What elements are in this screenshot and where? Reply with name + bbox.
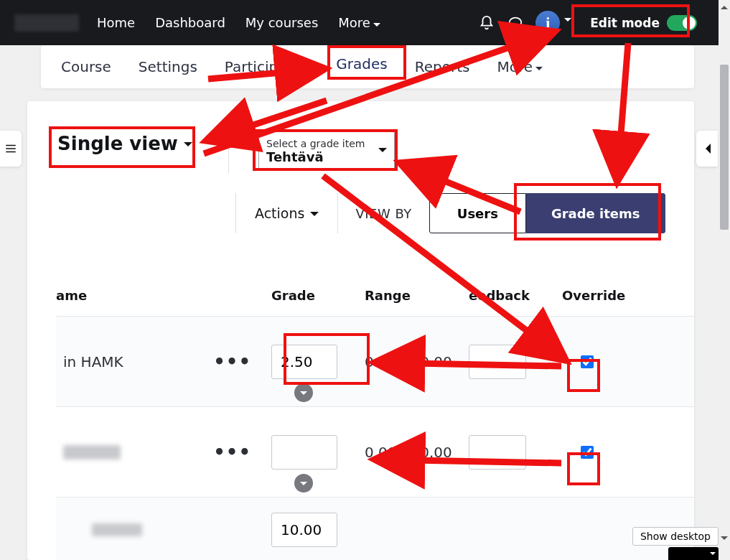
cell-name: in HAMK — [63, 353, 123, 370]
nav-more[interactable]: More — [338, 15, 380, 30]
chat-icon[interactable] — [507, 14, 524, 32]
viewby-grade-items-button[interactable]: Grade items — [526, 193, 665, 233]
bottom-widget[interactable] — [668, 547, 719, 560]
actions-label: Actions — [255, 205, 304, 221]
th-name: ame — [56, 288, 271, 303]
brand-logo[interactable] — [14, 14, 79, 32]
list-drawer-icon[interactable] — [0, 131, 22, 167]
table-row — [56, 498, 694, 560]
avatar-icon: i — [535, 11, 560, 35]
feedback-input[interactable] — [469, 345, 526, 379]
viewby-users-button[interactable]: Users — [429, 193, 526, 233]
expand-icon[interactable] — [294, 474, 313, 493]
override-checkbox[interactable] — [581, 355, 594, 368]
actions-dropdown[interactable]: Actions — [235, 193, 337, 233]
grade-item-selector[interactable]: Select a grade item Tehtävä — [258, 131, 395, 170]
course-nav: Course Settings Participants Grades Repo… — [41, 45, 694, 88]
table-row: in HAMK ••• 0.00 - 10.00 — [56, 317, 694, 407]
svg-rect-0 — [6, 145, 16, 146]
svg-rect-1 — [6, 148, 16, 149]
expand-icon[interactable] — [294, 383, 313, 402]
singleview-label: Single view — [57, 133, 178, 154]
main-panel: Single view Select a grade item Tehtävä … — [27, 101, 694, 560]
grade-table: ame Grade Range eedback Override in HAMK… — [56, 279, 694, 560]
topbar-right: i Edit mode — [478, 11, 704, 35]
cell-range: 0.00 - 10.00 — [365, 353, 469, 370]
user-menu[interactable]: i — [535, 11, 571, 35]
scroll-up-icon[interactable] — [719, 0, 730, 11]
singleview-dropdown[interactable]: Single view — [57, 133, 192, 154]
tab-grades[interactable]: Grades — [336, 55, 387, 78]
grade-input[interactable] — [271, 435, 337, 470]
cell-name — [63, 445, 121, 459]
nav-dashboard[interactable]: Dashboard — [155, 15, 225, 30]
nav-my-courses[interactable]: My courses — [245, 15, 318, 30]
nav-home[interactable]: Home — [97, 15, 135, 30]
viewby-label: VIEW BY — [337, 193, 429, 233]
collapse-drawer-icon[interactable] — [696, 131, 718, 167]
topbar: Home Dashboard My courses More i Edit mo… — [0, 0, 719, 45]
grade-item-value: Tehtävä — [266, 149, 387, 164]
table-header: ame Grade Range eedback Override — [56, 279, 694, 317]
row-actions-icon[interactable]: ••• — [207, 359, 257, 365]
top-nav: Home Dashboard My courses More — [97, 15, 380, 30]
th-feedback: eedback — [469, 288, 562, 303]
scroll-thumb[interactable] — [720, 65, 729, 230]
toggle-switch-icon[interactable] — [667, 15, 697, 31]
tab-course[interactable]: Course — [61, 58, 111, 75]
th-range: Range — [365, 288, 469, 303]
grade-item-label: Select a grade item — [266, 138, 387, 149]
bell-icon[interactable] — [478, 14, 495, 32]
tab-more[interactable]: More — [497, 58, 543, 75]
tab-reports[interactable]: Reports — [415, 58, 470, 75]
actions-row: Actions VIEW BY Users Grade items — [235, 193, 665, 233]
show-desktop-tooltip: Show desktop — [632, 527, 719, 546]
table-row: ••• 0.00 - 10.00 — [56, 407, 694, 498]
override-checkbox[interactable] — [581, 446, 594, 459]
th-grade: Grade — [271, 288, 365, 303]
row-actions-icon[interactable]: ••• — [207, 449, 257, 455]
tab-settings[interactable]: Settings — [139, 58, 197, 75]
grade-input[interactable] — [271, 513, 337, 547]
th-override: Override — [562, 288, 634, 303]
grade-input[interactable] — [271, 345, 337, 379]
scrollbar[interactable] — [719, 0, 730, 560]
scroll-down-icon[interactable] — [719, 534, 730, 546]
divider — [228, 130, 229, 173]
feedback-input[interactable] — [469, 435, 526, 470]
cell-name — [92, 523, 142, 536]
edit-mode-toggle[interactable]: Edit mode — [583, 12, 704, 34]
edit-mode-label: Edit mode — [590, 16, 660, 30]
tab-participants[interactable]: Participants — [225, 58, 309, 75]
cell-range: 0.00 - 10.00 — [365, 444, 469, 461]
svg-rect-2 — [6, 151, 16, 153]
